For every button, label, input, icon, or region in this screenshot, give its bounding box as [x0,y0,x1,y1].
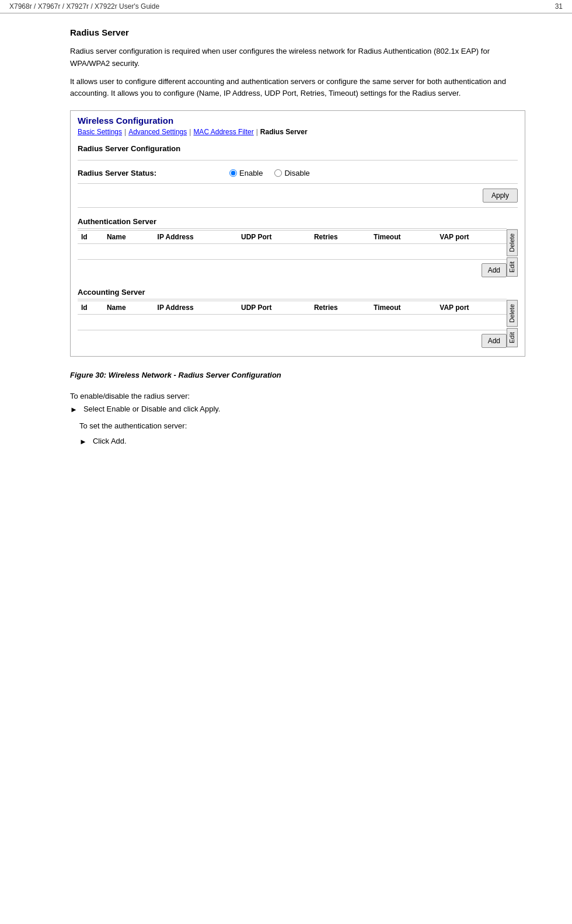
auth-col-name: Name [103,231,154,244]
enable-instructions-title: To enable/disable the radius server: [70,390,525,403]
auth-table-container: Id Name IP Address UDP Port Retries Time… [78,228,518,278]
auth-step: ► Click Add. [79,435,525,448]
acct-table-flex: Id Name IP Address UDP Port Retries Time… [78,299,507,349]
acct-col-udp: UDP Port [238,301,311,315]
enable-radio[interactable] [229,169,237,177]
description-para2: It allows user to configure different ac… [70,76,525,100]
acct-add-button[interactable]: Add [482,334,507,348]
acct-table-container: Id Name IP Address UDP Port Retries Time… [78,299,518,349]
panel-header: Wireless Configuration Basic Settings | … [71,111,525,138]
enable-option[interactable]: Enable [229,169,263,177]
auth-col-id: Id [78,231,103,244]
disable-option[interactable]: Disable [274,169,309,177]
enable-step-text: Select Enable or Disable and click Apply… [83,403,221,416]
auth-table-area: Id Name IP Address UDP Port Retries Time… [78,228,507,260]
auth-table-header-row: Id Name IP Address UDP Port Retries Time… [78,231,507,244]
config-title: Radius Server Configuration [78,138,518,158]
apply-row: Apply [78,184,518,208]
auth-delete-button[interactable]: Delete [507,229,518,256]
divider1 [78,160,518,161]
auth-server-title: Authentication Server [78,214,518,228]
auth-add-button[interactable]: Add [482,263,507,277]
guide-title: X7968r / X7967r / X7927r / X7922r User's… [9,2,159,11]
status-options: Enable Disable [229,169,310,177]
auth-add-row: Add [78,261,507,278]
page-number: 31 [555,2,563,11]
description-para1: Radius server configuration is required … [70,46,525,70]
nav-mac-address-filter[interactable]: MAC Address Filter [193,128,253,136]
acct-server-title: Accounting Server [78,284,518,299]
enable-label: Enable [239,169,263,177]
status-row: Radius Server Status: Enable Disable [78,163,518,184]
wireless-panel: Wireless Configuration Basic Settings | … [70,110,525,357]
enable-step: ► Select Enable or Disable and click App… [70,403,525,416]
page-header: X7968r / X7967r / X7927r / X7922r User's… [0,0,572,13]
panel-body: Radius Server Configuration Radius Serve… [71,138,525,356]
acct-col-vap: VAP port [436,301,507,315]
nav-basic-settings[interactable]: Basic Settings [78,128,122,136]
apply-button[interactable]: Apply [483,189,518,203]
disable-label: Disable [284,169,309,177]
auth-col-timeout: Timeout [370,231,436,244]
auth-col-udp: UDP Port [238,231,311,244]
acct-server-section: Accounting Server Id Name IP Address [78,284,518,349]
auth-empty-row [78,244,507,256]
auth-col-ip: IP Address [154,231,238,244]
disable-radio[interactable] [274,169,282,177]
panel-nav: Basic Settings | Advanced Settings | MAC… [78,128,518,136]
sep1: | [124,128,126,136]
acct-table-area: Id Name IP Address UDP Port Retries Time… [78,299,507,330]
arrow1: ► [70,403,78,416]
acct-edit-button[interactable]: Edit [507,328,518,347]
nav-advanced-settings[interactable]: Advanced Settings [128,128,187,136]
acct-table-header-row: Id Name IP Address UDP Port Retries Time… [78,301,507,315]
auth-btns-col: Delete Edit [507,228,518,277]
auth-instructions-title: To set the authentication server: [79,420,525,433]
auth-step-text: Click Add. [93,435,127,448]
acct-col-id: Id [78,301,103,315]
acct-col-name: Name [103,301,154,315]
figure-caption: Figure 30: Wireless Network - Radius Ser… [70,371,525,379]
main-content: Radius Server Radius server configuratio… [0,13,572,475]
auth-col-vap: VAP port [436,231,507,244]
acct-btns-col: Delete Edit [507,299,518,347]
sep3: | [256,128,258,136]
auth-server-section: Authentication Server Id Name IP Address [78,214,518,278]
acct-add-row: Add [78,332,507,349]
auth-col-retries: Retries [311,231,370,244]
arrow2: ► [79,435,87,448]
acct-empty-row [78,315,507,327]
page-title: Radius Server [70,27,525,37]
acct-delete-button[interactable]: Delete [507,300,518,327]
acct-col-retries: Retries [311,301,370,315]
auth-edit-button[interactable]: Edit [507,257,518,277]
acct-col-ip: IP Address [154,301,238,315]
auth-table: Id Name IP Address UDP Port Retries Time… [78,230,507,256]
description-block: Radius server configuration is required … [70,46,525,100]
acct-col-timeout: Timeout [370,301,436,315]
status-label: Radius Server Status: [78,169,194,177]
nav-radius-server[interactable]: Radius Server [260,128,308,136]
sep2: | [189,128,191,136]
auth-table-flex: Id Name IP Address UDP Port Retries Time… [78,228,507,278]
acct-table: Id Name IP Address UDP Port Retries Time… [78,301,507,326]
instructions: To enable/disable the radius server: ► S… [70,390,525,448]
panel-title: Wireless Configuration [78,116,518,125]
